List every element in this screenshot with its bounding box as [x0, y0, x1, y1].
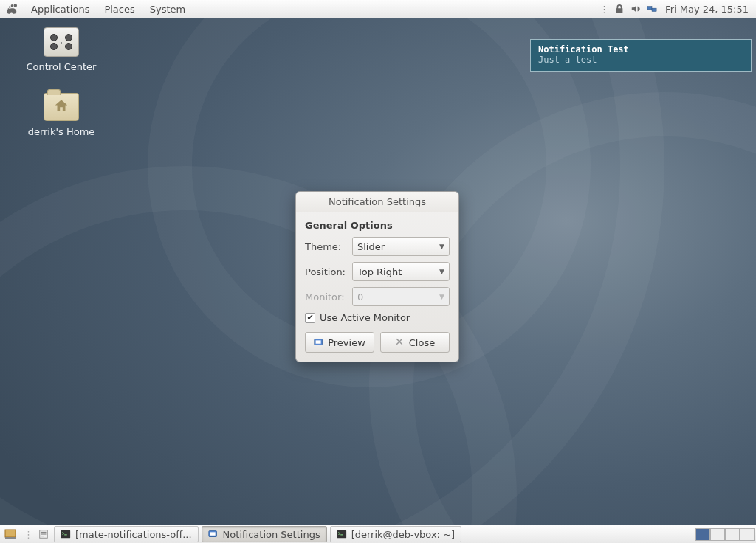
desktop-icon-home[interactable]: derrik's Home [21, 92, 102, 137]
monitor-combo: 0 ▼ [352, 287, 450, 306]
menu-places[interactable]: Places [97, 0, 142, 18]
network-icon[interactable] [646, 3, 658, 15]
dialog-title: Notification Settings [296, 192, 458, 212]
monitor-label: Monitor: [305, 291, 348, 302]
theme-combo[interactable]: Slider ▼ [352, 237, 450, 256]
clock[interactable]: Fri May 24, 15:51 [662, 4, 749, 15]
close-icon [395, 337, 405, 347]
control-center-icon [44, 27, 79, 57]
gnome-foot-icon[interactable] [6, 2, 19, 15]
chevron-down-icon: ▼ [439, 293, 444, 300]
svg-rect-3 [316, 340, 321, 343]
volume-icon[interactable] [630, 3, 642, 15]
svg-rect-10 [337, 530, 346, 539]
svg-rect-9 [210, 532, 215, 535]
section-general-options: General Options [305, 220, 450, 231]
svg-rect-4 [5, 530, 16, 537]
desktop-icon-label: Control Center [21, 61, 102, 72]
bottom-panel: ⋮ [mate-notifications-off... Notificatio… [0, 525, 756, 543]
menu-system[interactable]: System [142, 0, 193, 18]
svg-rect-7 [61, 530, 70, 539]
notification-title: Notification Test [538, 44, 743, 55]
taskbar-item-terminal[interactable]: [derrik@deb-vbox: ~] [330, 526, 461, 542]
top-panel: Applications Places System ⋮ Fri May 24,… [0, 0, 756, 18]
workspace-1[interactable] [695, 528, 710, 541]
checkbox-icon[interactable]: ✔ [305, 313, 315, 323]
desktop[interactable]: Control Center derrik's Home Notificatio… [0, 18, 756, 525]
close-label: Close [409, 337, 435, 348]
desktop-icon-label: derrik's Home [21, 126, 102, 137]
dialog-icon [208, 529, 219, 539]
theme-label: Theme: [305, 241, 348, 252]
position-value: Top Right [357, 266, 402, 277]
terminal-icon [61, 529, 71, 539]
desktop-icon-control-center[interactable]: Control Center [21, 27, 102, 72]
workspace-switcher[interactable] [695, 528, 755, 541]
svg-rect-1 [652, 8, 656, 11]
position-label: Position: [305, 266, 348, 277]
workspace-2[interactable] [710, 528, 725, 541]
workspace-3[interactable] [725, 528, 740, 541]
preview-button[interactable]: Preview [305, 332, 374, 353]
separator-icon: ⋮ [599, 4, 609, 15]
workspace-4[interactable] [740, 528, 755, 541]
launcher-icon[interactable] [36, 527, 51, 542]
notification-settings-dialog: Notification Settings General Options Th… [295, 191, 459, 362]
taskbar-label: [mate-notifications-off... [75, 529, 192, 540]
use-active-monitor-row[interactable]: ✔ Use Active Monitor [305, 312, 450, 323]
notification-body: Just a test [538, 55, 743, 65]
system-tray: ⋮ Fri May 24, 15:51 [599, 3, 756, 15]
taskbar-item-notification-settings[interactable]: Notification Settings [202, 526, 327, 542]
preview-label: Preview [328, 337, 365, 348]
separator-icon: ⋮ [24, 529, 33, 540]
svg-rect-0 [647, 7, 652, 10]
terminal-icon [337, 529, 347, 539]
taskbar-label: [derrik@deb-vbox: ~] [351, 529, 455, 540]
svg-rect-5 [5, 537, 16, 539]
chevron-down-icon: ▼ [439, 243, 444, 250]
monitor-value: 0 [357, 291, 363, 302]
preview-icon [314, 337, 324, 347]
lock-icon[interactable] [614, 3, 625, 15]
theme-value: Slider [357, 241, 385, 252]
folder-icon [44, 93, 79, 121]
position-combo[interactable]: Top Right ▼ [352, 262, 450, 281]
chevron-down-icon: ▼ [439, 268, 444, 275]
notification-toast[interactable]: Notification Test Just a test [530, 39, 752, 72]
close-button[interactable]: Close [380, 332, 450, 353]
taskbar-item-mate-notifications[interactable]: [mate-notifications-off... [54, 526, 199, 542]
menu-applications[interactable]: Applications [24, 0, 97, 18]
show-desktop-icon[interactable] [3, 527, 18, 542]
taskbar-label: Notification Settings [223, 529, 320, 540]
use-active-monitor-label: Use Active Monitor [320, 312, 410, 323]
